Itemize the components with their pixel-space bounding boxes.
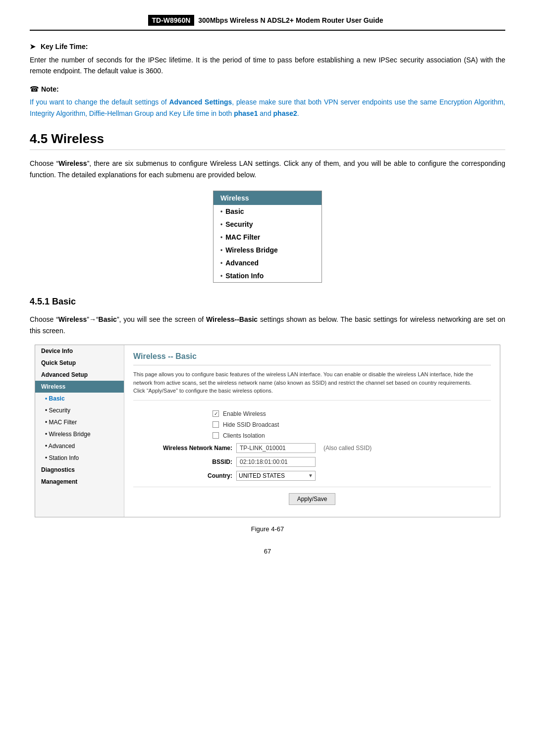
apply-btn-row: Apply/Save (133, 493, 491, 505)
clients-isolation-row: Clients Isolation (133, 432, 491, 439)
wireless-menu-item-advanced: • Advanced (214, 256, 321, 269)
enable-wireless-checkbox[interactable] (213, 410, 219, 417)
sidebar-item-advancedsetup[interactable]: Advanced Setup (35, 369, 124, 381)
page-header: TD-W8960N 300Mbps Wireless N ADSL2+ Mode… (30, 15, 505, 31)
wireless-menu-header: Wireless (214, 191, 321, 205)
hide-ssid-label: Hide SSID Broadcast (223, 421, 279, 428)
network-name-row: Wireless Network Name: TP-LINK_010001 (A… (133, 443, 491, 453)
sidebar-item-deviceinfo[interactable]: Device Info (35, 345, 124, 357)
sidebar-item-macfilter[interactable]: • MAC Filter (35, 416, 124, 428)
bullet-icon: • (220, 221, 222, 228)
network-name-hint: (Also called SSID) (323, 445, 372, 452)
country-select[interactable]: UNITED STATES ▼ (236, 471, 316, 481)
figure-caption: Figure 4-67 (30, 525, 505, 533)
sidebar-item-security[interactable]: • Security (35, 404, 124, 416)
bssid-label: BSSID: (133, 458, 232, 465)
wireless-menu-item-bridge: • Wireless Bridge (214, 244, 321, 256)
note-heading: ☎ Note: (30, 85, 505, 94)
enable-wireless-row: Enable Wireless (133, 410, 491, 417)
section-451-heading: 4.5.1 Basic (30, 297, 505, 307)
section-45-heading: 4.5 Wireless (30, 131, 505, 150)
section-451-body: Choose “Wireless”→“Basic”, you will see … (30, 314, 505, 337)
clients-isolation-label: Clients Isolation (223, 432, 265, 439)
sidebar-item-stationinfo[interactable]: • Station Info (35, 452, 124, 464)
guide-title: 300Mbps Wireless N ADSL2+ Modem Router U… (194, 15, 387, 26)
key-life-section: ➤ Key Life Time: Enter the number of sec… (30, 43, 505, 77)
section-45-body: Choose “Wireless”, there are six submenu… (30, 158, 505, 181)
sidebar-item-quicksetup[interactable]: Quick Setup (35, 357, 124, 369)
wireless-menu-item-basic: • Basic (214, 205, 321, 218)
hide-ssid-checkbox[interactable] (213, 421, 219, 428)
wireless-menu-container: Wireless • Basic • Security • MAC Filter… (30, 191, 505, 283)
apply-save-button[interactable]: Apply/Save (289, 493, 336, 505)
form-divider (133, 487, 491, 487)
router-sidebar: Device Info Quick Setup Advanced Setup W… (35, 345, 124, 517)
router-main-description: This page allows you to configure basic … (133, 370, 491, 401)
sidebar-item-advanced[interactable]: • Advanced (35, 440, 124, 452)
page-number: 67 (30, 548, 505, 555)
wireless-menu-item-macfilter: • MAC Filter (214, 231, 321, 244)
sidebar-item-basic[interactable]: • Basic (35, 393, 124, 404)
sidebar-item-wirelessbridge[interactable]: • Wireless Bridge (35, 428, 124, 440)
key-life-body: Enter the number of seconds for the IPSe… (30, 54, 505, 77)
wireless-menu-item-stationinfo: • Station Info (214, 269, 321, 282)
bssid-value: 02:10:18:01:00:01 (236, 457, 316, 467)
router-ui-screenshot: Device Info Quick Setup Advanced Setup W… (35, 345, 500, 517)
sidebar-item-wireless[interactable]: Wireless (35, 381, 124, 393)
clients-isolation-checkbox[interactable] (213, 432, 219, 439)
chevron-down-icon: ▼ (308, 473, 313, 478)
router-main-content: Wireless -- Basic This page allows you t… (124, 345, 500, 517)
bullet-icon: • (220, 259, 222, 266)
note-phone-icon: ☎ (30, 85, 39, 93)
bullet-icon: • (220, 247, 222, 253)
wireless-menu-item-security: • Security (214, 218, 321, 231)
bullet-icon: • (220, 208, 222, 215)
enable-wireless-label: Enable Wireless (223, 410, 266, 417)
sidebar-item-diagnostics[interactable]: Diagnostics (35, 464, 124, 476)
country-row: Country: UNITED STATES ▼ (133, 471, 491, 481)
arrow-icon: ➤ (30, 43, 36, 50)
router-main-title: Wireless -- Basic (133, 352, 491, 365)
model-label: TD-W8960N (148, 15, 195, 26)
bullet-icon: • (220, 272, 222, 279)
note-section: ☎ Note: If you want to change the defaul… (30, 85, 505, 119)
bssid-row: BSSID: 02:10:18:01:00:01 (133, 457, 491, 467)
hide-ssid-row: Hide SSID Broadcast (133, 421, 491, 428)
note-text: If you want to change the default settin… (30, 97, 505, 119)
bullet-icon: • (220, 234, 222, 241)
country-label: Country: (133, 472, 232, 479)
sidebar-item-management[interactable]: Management (35, 476, 124, 488)
wireless-menu: Wireless • Basic • Security • MAC Filter… (213, 191, 322, 283)
key-life-heading: ➤ Key Life Time: (30, 43, 505, 50)
network-name-label: Wireless Network Name: (133, 445, 232, 452)
network-name-value[interactable]: TP-LINK_010001 (236, 443, 316, 453)
router-form: Enable Wireless Hide SSID Broadcast Clie… (133, 405, 491, 510)
